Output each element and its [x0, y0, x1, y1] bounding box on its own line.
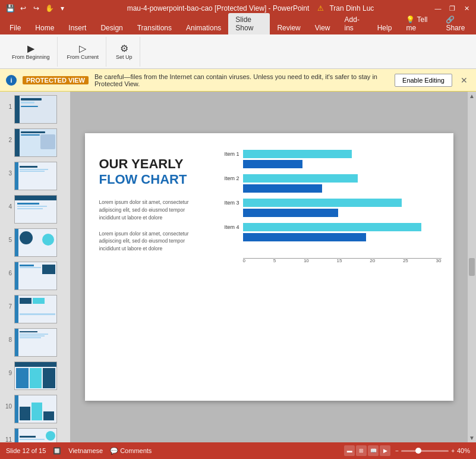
- chart-group-item1: Item 1: [222, 150, 442, 168]
- language-label: Vietnamese: [68, 447, 103, 454]
- slide-item-8[interactable]: 8: [4, 327, 67, 358]
- title-bar-left: 💾 ↩ ↪ ✋ ▾: [5, 3, 68, 14]
- zoom-in-icon[interactable]: +: [451, 448, 455, 454]
- tab-help[interactable]: Help: [370, 21, 399, 34]
- slide-desc-2: Lorem ipsum dolor sit amet, consectetur …: [99, 230, 201, 253]
- tick-20: 20: [370, 258, 375, 263]
- slide-desc-1: Lorem ipsum dolor sit amet, consectetur …: [99, 199, 201, 221]
- chart-row-item3-bar1: Item 3: [222, 199, 442, 207]
- redo-icon[interactable]: ↪: [31, 3, 42, 14]
- play-current-icon: ▷: [79, 43, 86, 54]
- slide-item-1[interactable]: 1: [4, 94, 67, 125]
- enable-editing-button[interactable]: Enable Editing: [395, 74, 452, 87]
- ribbon-btn-from-current[interactable]: ▷ From Current: [65, 42, 102, 61]
- slide-num-5: 5: [5, 237, 12, 243]
- chart-bar2-item1: [243, 160, 442, 168]
- close-protected-bar-icon[interactable]: ✕: [458, 76, 470, 85]
- main-area: 1 2 3: [0, 92, 476, 442]
- cyan-bar-item2: [243, 174, 358, 183]
- reading-view-button[interactable]: 📖: [368, 445, 379, 456]
- tab-addins[interactable]: Add-ins: [338, 13, 370, 34]
- minimize-button[interactable]: —: [433, 4, 443, 13]
- tick-10: 10: [304, 258, 309, 263]
- slide-thumb-2: [14, 128, 57, 157]
- play-icon: ▶: [27, 43, 34, 54]
- chart-row-item2-bar2: [222, 184, 442, 193]
- chart-row-item1-bar2: [222, 160, 442, 168]
- slide-thumb-9: [14, 361, 57, 390]
- chart-row-item1-bar1: Item 1: [222, 150, 442, 158]
- slide-sorter-button[interactable]: ⊞: [356, 445, 367, 456]
- slide-num-7: 7: [5, 303, 12, 310]
- slide-left-content: OUR YEARLY FLOW CHART Lorem ipsum dolor …: [85, 133, 216, 401]
- comments-label: Comments: [120, 447, 152, 454]
- undo-icon[interactable]: ↩: [18, 3, 29, 14]
- touch-icon[interactable]: ✋: [44, 3, 55, 14]
- blue-bar-item3: [243, 209, 338, 217]
- ribbon-group-current: ▷ From Current: [60, 37, 107, 67]
- zoom-slider[interactable]: − + 40%: [395, 447, 470, 454]
- tab-view[interactable]: View: [308, 21, 338, 34]
- ribbon-label-from-beginning: From Beginning: [12, 54, 50, 60]
- slide-canvas: OUR YEARLY FLOW CHART Lorem ipsum dolor …: [85, 133, 453, 401]
- ribbon-tabs: File Home Insert Design Transitions Anim…: [0, 17, 476, 34]
- slide-num-3: 3: [5, 170, 12, 177]
- slide-item-9[interactable]: 9: [4, 360, 67, 391]
- cyan-bar-item1: [243, 150, 352, 158]
- restore-button[interactable]: ❐: [447, 4, 457, 13]
- slide-num-10: 10: [5, 403, 12, 410]
- window-title: mau-4-powerpoint-bao-cao [Protected View…: [68, 4, 433, 12]
- slide-item-10[interactable]: 10: [4, 394, 67, 425]
- tab-review[interactable]: Review: [270, 21, 307, 34]
- filename-label: mau-4-powerpoint-bao-cao [Protected View…: [127, 4, 310, 12]
- right-scrollbar[interactable]: ▲ ▼: [468, 92, 476, 442]
- slide-item-7[interactable]: 7: [4, 294, 67, 325]
- slide-item-2[interactable]: 2: [4, 127, 67, 158]
- slide-item-3[interactable]: 3: [4, 161, 67, 191]
- axis-ticks: 0 5 10 15 20 25 30: [243, 258, 442, 263]
- tab-animations[interactable]: Animations: [179, 21, 228, 34]
- slide-item-5[interactable]: 5: [4, 227, 67, 258]
- slide-item-6[interactable]: 6: [4, 260, 67, 291]
- slide-thumb-6: [14, 262, 57, 290]
- protected-message: Be careful—files from the Internet can c…: [94, 73, 389, 87]
- ribbon-btn-from-beginning[interactable]: ▶ From Beginning: [10, 42, 52, 61]
- slide-item-4[interactable]: 4: [4, 194, 67, 225]
- window-controls: — ❐ ✕: [433, 4, 471, 13]
- tab-tellme[interactable]: 💡 Tell me: [399, 13, 439, 34]
- tab-insert[interactable]: Insert: [61, 21, 93, 34]
- chart-label-item4: Item 4: [222, 224, 239, 230]
- tab-share[interactable]: 🔗 Share: [439, 13, 476, 34]
- ribbon-btn-setup[interactable]: ⚙ Set Up: [114, 42, 135, 61]
- username-label: Tran Dinh Luc: [329, 4, 374, 12]
- slide-item-11[interactable]: 11: [4, 427, 67, 442]
- blue-bar-item1: [243, 160, 302, 168]
- ribbon-label-setup: Set Up: [116, 54, 133, 60]
- zoom-level: 40%: [457, 447, 470, 454]
- tab-file[interactable]: File: [2, 21, 28, 34]
- zoom-track[interactable]: [401, 450, 449, 452]
- ribbon-body: ▶ From Beginning ▷ From Current ⚙ Set Up: [0, 34, 476, 69]
- tick-25: 25: [403, 258, 408, 263]
- tab-design[interactable]: Design: [93, 21, 130, 34]
- cyan-bar-item4: [243, 223, 422, 231]
- slideshow-view-button[interactable]: ▶: [380, 445, 390, 456]
- chart-container: Item 1: [222, 150, 442, 384]
- warning-icon: ⚠: [317, 4, 324, 12]
- slide-num-2: 2: [5, 137, 12, 143]
- quick-access-toolbar: 💾 ↩ ↪ ✋ ▾: [5, 3, 68, 14]
- normal-view-button[interactable]: ▬: [344, 445, 355, 456]
- tab-transitions[interactable]: Transitions: [130, 21, 179, 34]
- tick-15: 15: [337, 258, 342, 263]
- slide-thumb-3: [14, 162, 57, 190]
- save-icon[interactable]: 💾: [5, 3, 15, 14]
- slide-thumb-11: [14, 428, 57, 442]
- zoom-out-icon[interactable]: −: [395, 448, 399, 454]
- slide-thumb-8: [14, 328, 57, 357]
- tab-slideshow[interactable]: Slide Show: [228, 13, 270, 34]
- comments-button[interactable]: 💬 Comments: [110, 447, 152, 455]
- close-button[interactable]: ✕: [462, 4, 471, 13]
- customize-icon[interactable]: ▾: [57, 3, 68, 14]
- tab-home[interactable]: Home: [28, 21, 61, 34]
- chart-inner: Item 1: [222, 150, 442, 256]
